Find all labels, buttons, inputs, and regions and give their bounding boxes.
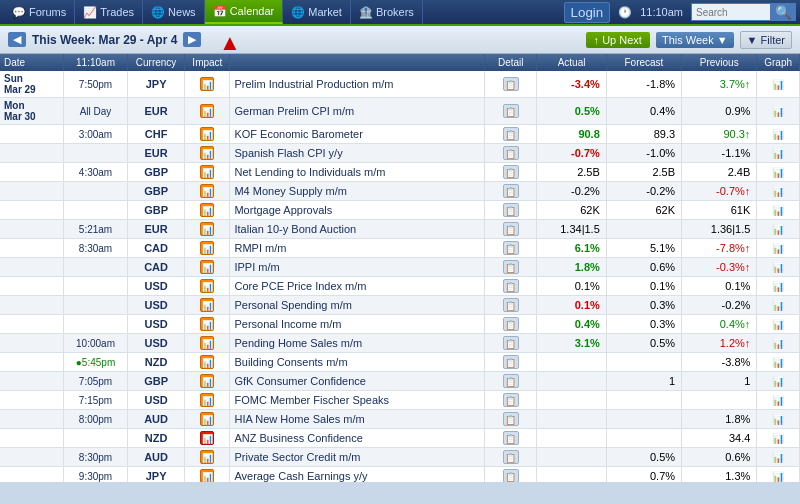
- cell-graph[interactable]: 📊: [757, 334, 800, 353]
- col-date: Date: [0, 54, 64, 71]
- nav-brokers[interactable]: 🏦 Brokers: [351, 0, 423, 24]
- cell-detail[interactable]: 📋: [485, 467, 537, 483]
- detail-icon[interactable]: 📋: [503, 317, 519, 331]
- nav-trades[interactable]: 📈 Trades: [75, 0, 143, 24]
- table-row: GBP 📊 Mortgage Approvals 📋 62K 62K 61K 📊: [0, 201, 800, 220]
- cell-detail[interactable]: 📋: [485, 98, 537, 125]
- graph-bar-icon[interactable]: 📊: [772, 106, 784, 117]
- graph-bar-icon[interactable]: 📊: [772, 338, 784, 349]
- cell-detail[interactable]: 📋: [485, 448, 537, 467]
- cell-detail[interactable]: 📋: [485, 353, 537, 372]
- detail-icon[interactable]: 📋: [503, 298, 519, 312]
- cell-detail[interactable]: 📋: [485, 144, 537, 163]
- prev-week-button[interactable]: ◀: [8, 32, 26, 47]
- graph-bar-icon[interactable]: 📊: [772, 129, 784, 140]
- cell-graph[interactable]: 📊: [757, 258, 800, 277]
- nav-forums[interactable]: 💬 Forums: [4, 0, 75, 24]
- cell-detail[interactable]: 📋: [485, 372, 537, 391]
- cell-detail[interactable]: 📋: [485, 429, 537, 448]
- search-input[interactable]: [691, 3, 771, 21]
- nav-news[interactable]: 🌐 News: [143, 0, 205, 24]
- graph-bar-icon[interactable]: 📊: [772, 319, 784, 330]
- graph-bar-icon[interactable]: 📊: [772, 376, 784, 387]
- nav-calendar[interactable]: 📅 Calendar: [205, 0, 284, 24]
- detail-icon[interactable]: 📋: [503, 104, 519, 118]
- cell-detail[interactable]: 📋: [485, 125, 537, 144]
- detail-icon[interactable]: 📋: [503, 165, 519, 179]
- cell-graph[interactable]: 📊: [757, 296, 800, 315]
- graph-bar-icon[interactable]: 📊: [772, 167, 784, 178]
- graph-bar-icon[interactable]: 📊: [772, 79, 784, 90]
- cell-graph[interactable]: 📊: [757, 71, 800, 98]
- cell-graph[interactable]: 📊: [757, 277, 800, 296]
- cell-graph[interactable]: 📊: [757, 125, 800, 144]
- this-week-button[interactable]: This Week ▼: [656, 32, 734, 48]
- cell-detail[interactable]: 📋: [485, 277, 537, 296]
- cell-graph[interactable]: 📊: [757, 98, 800, 125]
- cell-detail[interactable]: 📋: [485, 239, 537, 258]
- cell-graph[interactable]: 📊: [757, 182, 800, 201]
- detail-icon[interactable]: 📋: [503, 260, 519, 274]
- graph-bar-icon[interactable]: 📊: [772, 224, 784, 235]
- graph-bar-icon[interactable]: 📊: [772, 452, 784, 463]
- detail-icon[interactable]: 📋: [503, 431, 519, 445]
- detail-icon[interactable]: 📋: [503, 241, 519, 255]
- graph-bar-icon[interactable]: 📊: [772, 300, 784, 311]
- cell-detail[interactable]: 📋: [485, 315, 537, 334]
- graph-bar-icon[interactable]: 📊: [772, 414, 784, 425]
- graph-bar-icon[interactable]: 📊: [772, 357, 784, 368]
- cell-graph[interactable]: 📊: [757, 163, 800, 182]
- cell-graph[interactable]: 📊: [757, 220, 800, 239]
- cell-detail[interactable]: 📋: [485, 410, 537, 429]
- search-button[interactable]: 🔍: [771, 3, 796, 21]
- cell-graph[interactable]: 📊: [757, 391, 800, 410]
- filter-button[interactable]: ▼ Filter: [740, 31, 792, 49]
- cell-detail[interactable]: 📋: [485, 71, 537, 98]
- detail-icon[interactable]: 📋: [503, 222, 519, 236]
- detail-icon[interactable]: 📋: [503, 127, 519, 141]
- detail-icon[interactable]: 📋: [503, 336, 519, 350]
- cell-detail[interactable]: 📋: [485, 296, 537, 315]
- cell-graph[interactable]: 📊: [757, 410, 800, 429]
- cell-detail[interactable]: 📋: [485, 220, 537, 239]
- graph-bar-icon[interactable]: 📊: [772, 243, 784, 254]
- cell-graph[interactable]: 📊: [757, 467, 800, 483]
- nav-market[interactable]: 🌐 Market: [283, 0, 351, 24]
- detail-icon[interactable]: 📋: [503, 146, 519, 160]
- graph-bar-icon[interactable]: 📊: [772, 262, 784, 273]
- graph-bar-icon[interactable]: 📊: [772, 186, 784, 197]
- cell-detail[interactable]: 📋: [485, 258, 537, 277]
- detail-icon[interactable]: 📋: [503, 203, 519, 217]
- detail-icon[interactable]: 📋: [503, 393, 519, 407]
- graph-bar-icon[interactable]: 📊: [772, 471, 784, 482]
- graph-bar-icon[interactable]: 📊: [772, 433, 784, 444]
- cell-graph[interactable]: 📊: [757, 315, 800, 334]
- cell-detail[interactable]: 📋: [485, 201, 537, 220]
- up-next-button[interactable]: ↑ Up Next: [586, 32, 650, 48]
- detail-icon[interactable]: 📋: [503, 279, 519, 293]
- graph-bar-icon[interactable]: 📊: [772, 281, 784, 292]
- cell-graph[interactable]: 📊: [757, 144, 800, 163]
- cell-detail[interactable]: 📋: [485, 391, 537, 410]
- graph-bar-icon[interactable]: 📊: [772, 395, 784, 406]
- cell-graph[interactable]: 📊: [757, 201, 800, 220]
- next-week-button[interactable]: ▶: [183, 32, 201, 47]
- detail-icon[interactable]: 📋: [503, 184, 519, 198]
- detail-icon[interactable]: 📋: [503, 469, 519, 482]
- cell-graph[interactable]: 📊: [757, 239, 800, 258]
- detail-icon[interactable]: 📋: [503, 374, 519, 388]
- cell-graph[interactable]: 📊: [757, 429, 800, 448]
- detail-icon[interactable]: 📋: [503, 450, 519, 464]
- cell-graph[interactable]: 📊: [757, 372, 800, 391]
- graph-bar-icon[interactable]: 📊: [772, 148, 784, 159]
- login-button[interactable]: Login: [564, 2, 611, 23]
- cell-graph[interactable]: 📊: [757, 353, 800, 372]
- detail-icon[interactable]: 📋: [503, 77, 519, 91]
- cell-detail[interactable]: 📋: [485, 334, 537, 353]
- detail-icon[interactable]: 📋: [503, 355, 519, 369]
- graph-bar-icon[interactable]: 📊: [772, 205, 784, 216]
- cell-detail[interactable]: 📋: [485, 182, 537, 201]
- cell-graph[interactable]: 📊: [757, 448, 800, 467]
- detail-icon[interactable]: 📋: [503, 412, 519, 426]
- cell-detail[interactable]: 📋: [485, 163, 537, 182]
